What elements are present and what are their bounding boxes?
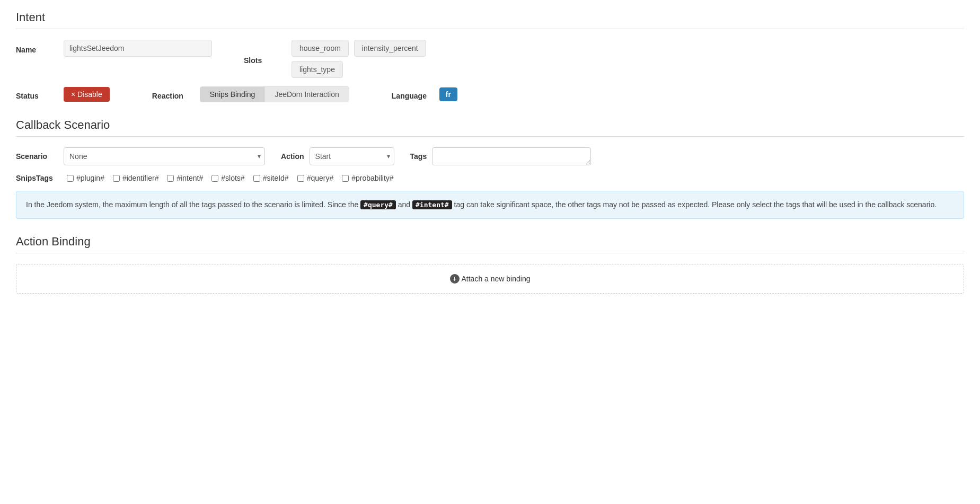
action-binding-title: Action Binding	[16, 235, 964, 253]
info-text-after: tag can take significant space, the othe…	[452, 200, 937, 209]
tag-identifier[interactable]: #identifier#	[113, 174, 159, 182]
name-group: Name	[16, 40, 212, 57]
reaction-group: Reaction Snips Binding JeeDom Interactio…	[152, 86, 349, 102]
tag-identifier-label: #identifier#	[122, 174, 159, 182]
disable-button[interactable]: × Disable	[64, 87, 110, 102]
tag-siteid-checkbox[interactable]	[253, 175, 260, 182]
action-select-wrapper: Start	[310, 147, 394, 165]
name-input[interactable]	[64, 40, 212, 57]
tags-group: Tags	[410, 147, 591, 165]
reaction-jeedom-interaction[interactable]: JeeDom Interaction	[265, 87, 348, 102]
tag-plugin-checkbox[interactable]	[67, 175, 74, 182]
info-text-before: In the Jeedom system, the maximum length…	[26, 200, 360, 209]
tag-query-checkbox[interactable]	[297, 175, 304, 182]
tags-input[interactable]	[432, 147, 591, 165]
intent-section: Intent Name Slots house_room intensity_p…	[16, 11, 964, 102]
scenario-label: Scenario	[16, 152, 58, 161]
status-reaction-row: Status × Disable Reaction Snips Binding …	[16, 86, 964, 102]
scenario-group: Scenario None	[16, 147, 265, 165]
tag-probability[interactable]: #probability#	[342, 174, 393, 182]
language-group: Language fr	[392, 87, 457, 101]
tag-slots[interactable]: #slots#	[211, 174, 244, 182]
tag-plugin-label: #plugin#	[76, 174, 104, 182]
tag-intent-label: #intent#	[176, 174, 203, 182]
tag-siteid-label: #siteId#	[263, 174, 289, 182]
name-slots-row: Name Slots house_room intensity_percent …	[16, 40, 964, 78]
tag-intent-checkbox[interactable]	[167, 175, 174, 182]
callback-section: Callback Scenario Scenario None Action S…	[16, 118, 964, 219]
attach-binding-label: Attach a new binding	[462, 275, 531, 283]
slots-label: Slots	[244, 53, 286, 65]
attach-binding-button[interactable]: +Attach a new binding	[450, 274, 531, 284]
tag-slots-checkbox[interactable]	[211, 175, 218, 182]
slots-row-1: house_room intensity_percent	[292, 40, 426, 57]
language-button[interactable]: fr	[439, 87, 457, 101]
scenario-select-wrapper: None	[64, 147, 265, 165]
action-label: Action	[281, 152, 304, 161]
reaction-snips-binding[interactable]: Snips Binding	[200, 87, 266, 102]
action-select[interactable]: Start	[310, 147, 394, 165]
snips-tags-row: SnipsTags #plugin# #identifier# #intent#…	[16, 174, 964, 182]
tag-identifier-checkbox[interactable]	[113, 175, 120, 182]
tag-plugin[interactable]: #plugin#	[67, 174, 104, 182]
slot-house-room: house_room	[292, 40, 349, 57]
name-label: Name	[16, 42, 58, 54]
tag-query-label: #query#	[307, 174, 334, 182]
info-text-middle: and	[396, 200, 412, 209]
info-box: In the Jeedom system, the maximum length…	[16, 191, 964, 219]
plus-circle-icon: +	[450, 274, 460, 284]
action-group: Action Start	[281, 147, 394, 165]
slot-intensity-percent: intensity_percent	[354, 40, 426, 57]
status-label: Status	[16, 89, 58, 100]
slots-group-outer: Slots house_room intensity_percent light…	[244, 40, 426, 78]
action-binding-section: Action Binding +Attach a new binding	[16, 235, 964, 294]
tag-probability-label: #probability#	[351, 174, 393, 182]
slots-row-2: lights_type	[292, 61, 426, 78]
tag-intent[interactable]: #intent#	[167, 174, 203, 182]
reaction-label: Reaction	[152, 89, 195, 100]
info-tag2: #intent#	[412, 200, 452, 209]
tag-siteid[interactable]: #siteId#	[253, 174, 289, 182]
tag-probability-checkbox[interactable]	[342, 175, 349, 182]
scenario-select[interactable]: None	[64, 147, 265, 165]
status-group: Status × Disable	[16, 87, 110, 102]
slot-lights-type: lights_type	[292, 61, 343, 78]
snips-tags-label: SnipsTags	[16, 174, 58, 182]
reaction-toggle: Snips Binding JeeDom Interaction	[200, 86, 349, 102]
callback-title: Callback Scenario	[16, 118, 964, 137]
tags-label: Tags	[410, 152, 427, 161]
slots-list: house_room intensity_percent lights_type	[292, 40, 426, 78]
intent-title: Intent	[16, 11, 964, 29]
attach-binding-container: +Attach a new binding	[16, 264, 964, 294]
tag-slots-label: #slots#	[221, 174, 244, 182]
scenario-action-row: Scenario None Action Start Tags	[16, 147, 964, 165]
tag-query[interactable]: #query#	[297, 174, 334, 182]
language-label: Language	[392, 89, 434, 100]
info-tag1: #query#	[360, 200, 396, 209]
